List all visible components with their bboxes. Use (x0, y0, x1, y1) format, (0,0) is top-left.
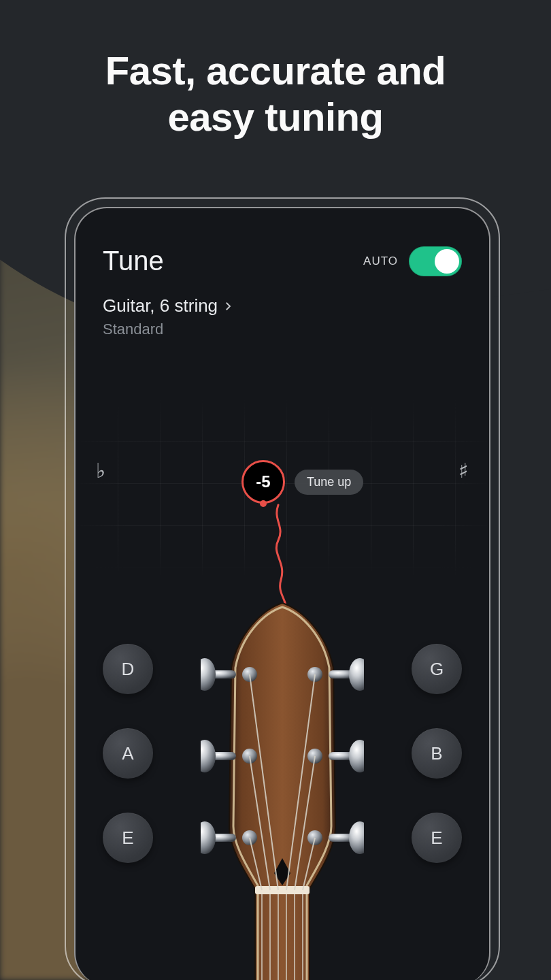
chevron-right-icon (222, 300, 234, 312)
sharp-icon: ♯ (458, 459, 469, 483)
string-button-e-high[interactable]: E (412, 813, 462, 863)
auto-toggle-group: AUTO (363, 246, 462, 276)
marketing-headline: Fast, accurate and easy tuning (0, 48, 551, 141)
guitar-headstock (201, 603, 364, 980)
svg-point-12 (349, 740, 364, 772)
cents-indicator: -5 Tune up (241, 460, 285, 504)
app-header: Tune AUTO (76, 208, 489, 287)
toggle-knob (435, 249, 459, 274)
svg-point-6 (349, 658, 364, 691)
auto-toggle[interactable] (409, 246, 462, 276)
instrument-name: Guitar, 6 string (103, 295, 218, 316)
string-button-a[interactable]: A (103, 728, 153, 779)
svg-point-10 (201, 740, 216, 772)
headline-line-2: easy tuning (0, 94, 551, 140)
guitar-zone: D A E G B E (76, 603, 489, 980)
instrument-row: Guitar, 6 string (103, 295, 462, 316)
phone-screen: Tune AUTO Guitar, 6 string Standard ♭ ♯ (74, 207, 490, 980)
tuning-name: Standard (103, 321, 462, 338)
indicator-wire (258, 500, 299, 608)
string-button-g[interactable]: G (412, 644, 462, 694)
string-buttons-right: G B E (412, 644, 462, 863)
string-button-d[interactable]: D (103, 644, 153, 694)
cents-value: -5 (256, 472, 270, 491)
phone-frame-outer: Tune AUTO Guitar, 6 string Standard ♭ ♯ (65, 197, 500, 980)
svg-rect-0 (255, 886, 310, 894)
tuning-hint: Tune up (295, 470, 363, 495)
string-buttons-left: D A E (103, 644, 153, 863)
auto-label: AUTO (363, 255, 398, 268)
string-button-b[interactable]: B (412, 728, 462, 779)
svg-point-4 (201, 658, 216, 691)
svg-point-16 (201, 821, 216, 854)
string-button-e-low[interactable]: E (103, 813, 153, 863)
instrument-selector[interactable]: Guitar, 6 string Standard (76, 287, 489, 338)
headline-line-1: Fast, accurate and (0, 48, 551, 94)
page-title: Tune (103, 246, 164, 276)
tuner-area: ♭ ♯ -5 Tune up (76, 399, 489, 980)
flat-icon: ♭ (96, 459, 105, 483)
svg-point-18 (349, 821, 364, 854)
cents-ring: -5 (241, 460, 285, 504)
